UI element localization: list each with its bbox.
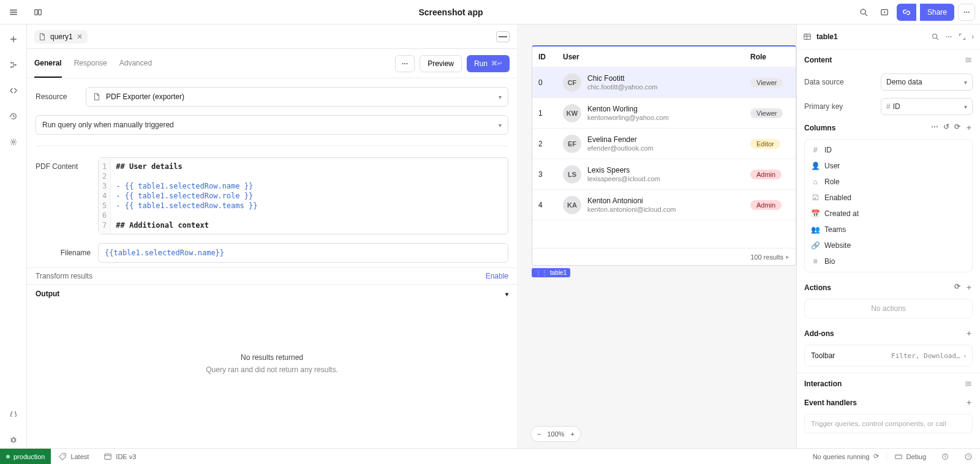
tab-general[interactable]: General (34, 49, 62, 78)
minimize-panel-icon[interactable] (496, 31, 510, 42)
interaction-section-label: Interaction (804, 380, 842, 388)
selection-chip[interactable]: ⋮⋮ table1 (532, 268, 570, 277)
debug-bug-icon[interactable] (5, 431, 22, 448)
svg-point-5 (966, 11, 967, 12)
more-menu-icon[interactable] (958, 4, 975, 21)
expand-icon[interactable] (958, 32, 967, 41)
share-link-icon[interactable] (897, 4, 916, 21)
primary-key-select[interactable]: #ID ▾ (881, 98, 973, 115)
history-status-icon[interactable] (933, 452, 957, 461)
role-badge: Editor (750, 139, 780, 149)
column-item[interactable]: 🔗Website (805, 238, 972, 253)
svg-point-18 (948, 36, 949, 37)
resource-select[interactable]: PDF Exporter (exporter) ▾ (86, 87, 508, 107)
columns-refresh-icon[interactable]: ⟳ (954, 122, 960, 133)
user-name: Chic Footitt (587, 74, 658, 83)
preview-button[interactable]: Preview (420, 55, 462, 72)
zoom-in-icon[interactable]: + (571, 430, 575, 438)
debug-toggle[interactable]: Debug (886, 452, 933, 461)
settings-gear-icon[interactable] (5, 133, 22, 151)
col-header-id[interactable]: ID (532, 53, 557, 61)
addons-add-icon[interactable]: ＋ (965, 328, 973, 339)
cell-id: 3 (532, 170, 557, 179)
content-section-label: Content (804, 56, 832, 64)
user-name: Evelina Fender (587, 135, 654, 144)
user-name: Lexis Speers (587, 166, 660, 174)
add-icon[interactable] (5, 31, 22, 48)
filename-input[interactable] (98, 243, 508, 263)
column-item[interactable]: #ID (805, 142, 972, 158)
col-header-role[interactable]: Role (744, 53, 796, 61)
query-tab[interactable]: query1 ✕ (34, 30, 88, 43)
code-lines: ## User details - {{ table1.selectedRow.… (111, 158, 508, 234)
refresh-icon[interactable]: ⟳ (873, 452, 879, 460)
column-item[interactable]: 👤User (805, 158, 972, 174)
table-row[interactable]: 0CFChic Footittchic.footitt@yahoo.comVie… (532, 67, 796, 98)
columns-reset-icon[interactable]: ↺ (943, 122, 949, 133)
more-icon[interactable] (944, 32, 953, 41)
svg-point-10 (12, 141, 15, 143)
hamburger-icon[interactable] (5, 4, 22, 21)
run-trigger-select[interactable]: Run query only when manually triggered ▾ (36, 115, 508, 135)
section-settings-icon[interactable] (964, 380, 973, 388)
tab-advanced[interactable]: Advanced (119, 49, 152, 78)
chevron-right-icon[interactable]: ▸ (786, 253, 790, 261)
cell-user: CFChic Footittchic.footitt@yahoo.com (557, 73, 744, 92)
table-row[interactable]: 3LSLexis Speerslexisspeers@icloud.comAdm… (532, 159, 796, 190)
keyboard-icon (894, 452, 903, 461)
column-item[interactable]: 👥Teams (805, 222, 972, 238)
transform-results-label: Transform results (36, 272, 92, 280)
zoom-control[interactable]: − 100% + (530, 426, 581, 442)
help-icon[interactable]: ? (957, 452, 980, 461)
close-tab-icon[interactable]: ✕ (77, 32, 83, 41)
cell-user: LSLexis Speerslexisspeers@icloud.com (557, 165, 744, 184)
branch-indicator[interactable]: Latest (51, 452, 96, 461)
column-item[interactable]: 📅Created at (805, 206, 972, 222)
event-add-icon[interactable]: ＋ (965, 397, 973, 408)
table-component[interactable]: ID User Role 0CFChic Footittchic.footitt… (532, 45, 796, 266)
addon-toolbar-item[interactable]: Toolbar Filter, Download… › (804, 345, 973, 367)
tab-response[interactable]: Response (74, 49, 107, 78)
panels-icon[interactable] (29, 4, 47, 21)
chevron-right-icon[interactable]: › (971, 32, 974, 41)
environment-chip[interactable]: production (0, 449, 51, 464)
search-icon[interactable] (931, 32, 940, 41)
actions-add-icon[interactable]: ＋ (965, 282, 973, 293)
transform-enable-button[interactable]: Enable (486, 272, 508, 280)
query-more-icon[interactable] (395, 55, 415, 72)
zoom-out-icon[interactable]: − (537, 430, 541, 438)
column-item[interactable]: ☑Enabled (805, 190, 972, 206)
tree-icon[interactable] (5, 56, 22, 73)
search-icon[interactable] (855, 4, 872, 21)
column-item-label: Role (824, 178, 840, 186)
column-item[interactable]: ⌂Role (805, 174, 972, 190)
chevron-down-icon[interactable]: ▾ (505, 291, 508, 297)
table-row[interactable]: 4KAKenton Antonionikenton.antonioni@iclo… (532, 190, 796, 220)
role-badge: Viewer (750, 78, 783, 88)
col-header-user[interactable]: User (557, 53, 744, 61)
cell-role: Viewer (744, 78, 796, 88)
share-button[interactable]: Share (920, 4, 954, 21)
column-type-icon: 👤 (811, 162, 820, 170)
state-icon[interactable] (5, 405, 22, 422)
code-icon[interactable] (5, 82, 22, 99)
table-row[interactable]: 2EFEvelina Fenderefender@outlook.comEdit… (532, 129, 796, 159)
section-settings-icon[interactable] (964, 56, 973, 64)
column-type-icon: # (811, 146, 820, 154)
actions-refresh-icon[interactable]: ⟳ (954, 282, 960, 293)
column-item-label: Enabled (824, 193, 851, 202)
ide-version[interactable]: IDE v3 (96, 452, 143, 461)
avatar: KA (563, 196, 581, 214)
pdf-content-editor[interactable]: 1234567 ## User details - {{ table1.sele… (98, 157, 508, 234)
column-item[interactable]: ≡Bio (805, 253, 972, 269)
columns-add-icon[interactable]: ＋ (965, 122, 973, 133)
svg-point-22 (966, 61, 967, 62)
svg-rect-1 (39, 9, 41, 15)
preview-play-icon[interactable] (876, 4, 893, 21)
columns-more-icon[interactable]: ⋯ (931, 122, 938, 133)
data-source-select[interactable]: Demo data ▾ (881, 73, 973, 91)
run-button[interactable]: Run ⌘↵ (467, 55, 510, 72)
chevron-right-icon: › (964, 353, 966, 359)
history-icon[interactable] (5, 108, 22, 125)
table-row[interactable]: 1KWKenton Worlingkentonworling@yahoo.com… (532, 98, 796, 129)
